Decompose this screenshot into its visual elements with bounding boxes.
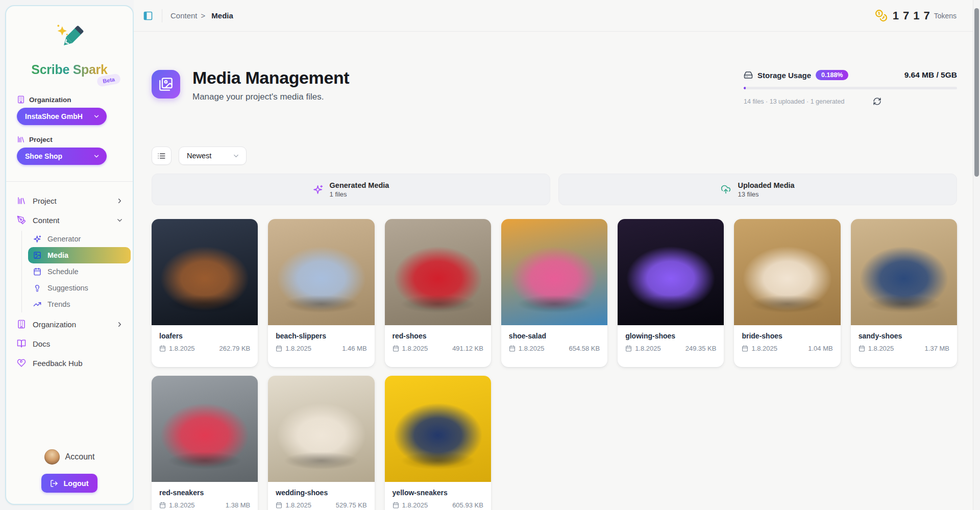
- heart-handshake-icon: [17, 358, 26, 368]
- sidebar-divider: [6, 181, 133, 182]
- chevron-right-icon: [116, 197, 124, 205]
- uploaded-media-count: 13 files: [738, 190, 794, 198]
- sidebar-item-organization[interactable]: Organization: [17, 314, 131, 334]
- main-area: Content > Media 1717 Tokens Media Manage…: [134, 0, 980, 510]
- hard-drive-icon: [744, 70, 753, 80]
- media-card[interactable]: glowing-shoes 1.8.2025 249.35 KB: [618, 219, 724, 367]
- sidebar-item-feedback-hub[interactable]: Feedback Hub: [17, 353, 131, 373]
- list-view-button[interactable]: [152, 147, 172, 165]
- sidebar-item-generator[interactable]: Generator: [28, 231, 131, 247]
- media-date: 1.8.2025: [635, 345, 661, 352]
- sidebar-item-docs[interactable]: Docs: [17, 334, 131, 353]
- media-thumbnail: [385, 219, 491, 325]
- book-open-icon: [17, 339, 26, 348]
- media-size: 249.35 KB: [685, 345, 717, 352]
- logout-button[interactable]: Logout: [41, 474, 97, 493]
- storage-stats: 14 files · 13 uploaded · 1 generated: [744, 98, 844, 105]
- generated-media-title: Generated Media: [330, 181, 389, 190]
- building-icon: [17, 95, 25, 104]
- organization-label: Organization: [17, 95, 133, 104]
- calendar-icon: [393, 502, 399, 508]
- calendar-icon: [33, 268, 41, 276]
- content-subnav: Generator Media Schedule Suggestions Tre…: [21, 231, 131, 312]
- storage-usage-panel: Storage Usage 0.188% 9.64 MB / 5GB 14 fi…: [744, 70, 957, 106]
- filter-toolbar: Newest: [152, 147, 957, 165]
- media-size: 529.75 KB: [336, 501, 367, 509]
- images-icon: [159, 77, 173, 91]
- chevron-down-icon: [116, 216, 124, 224]
- media-card[interactable]: bride-shoes 1.8.2025 1.04 MB: [734, 219, 840, 367]
- library-icon: [17, 135, 25, 143]
- media-card[interactable]: wedding-shoes 1.8.2025 529.75 KB: [268, 376, 374, 510]
- sidebar-item-trends[interactable]: Trends: [28, 296, 131, 312]
- media-date: 1.8.2025: [519, 345, 545, 352]
- media-title: loafers: [159, 332, 250, 340]
- topbar: Content > Media 1717 Tokens: [134, 0, 980, 32]
- media-title: red-shoes: [393, 332, 483, 340]
- scrollbar-thumb[interactable]: [974, 8, 979, 177]
- organization-select-button[interactable]: InstaShoe GmbH: [17, 108, 107, 125]
- tokens-label: Tokens: [934, 12, 957, 20]
- media-card[interactable]: red-shoes 1.8.2025 491.12 KB: [385, 219, 491, 367]
- project-select-button[interactable]: Shoe Shop: [17, 148, 107, 165]
- media-date: 1.8.2025: [868, 345, 894, 352]
- page-content: Media Management Manage your project's m…: [134, 32, 980, 510]
- media-card[interactable]: beach-slippers 1.8.2025 1.46 MB: [268, 219, 374, 367]
- sidebar-item-suggestions[interactable]: Suggestions: [28, 280, 131, 296]
- media-thumbnail: [385, 376, 491, 482]
- sidebar-item-project[interactable]: Project: [17, 191, 131, 210]
- media-title: glowing-shoes: [625, 332, 716, 340]
- media-size: 654.58 KB: [569, 345, 600, 352]
- uploaded-media-card[interactable]: Uploaded Media 13 files: [558, 174, 957, 205]
- calendar-icon: [625, 345, 632, 352]
- cloud-upload-icon: [721, 184, 731, 195]
- media-title: bride-shoes: [742, 332, 832, 340]
- calendar-icon: [509, 345, 516, 352]
- sidebar-item-content[interactable]: Content: [17, 210, 131, 230]
- refresh-icon: [873, 97, 881, 106]
- chevron-down-icon: [232, 152, 240, 160]
- storage-progress-fill: [744, 87, 746, 89]
- media-date: 1.8.2025: [402, 345, 428, 352]
- media-size: 1.37 MB: [925, 345, 949, 352]
- media-card[interactable]: loafers 1.8.2025 262.79 KB: [152, 219, 258, 367]
- storage-usage-value: 9.64 MB / 5GB: [904, 70, 957, 80]
- sort-select[interactable]: Newest: [179, 147, 247, 165]
- media-size: 605.93 KB: [452, 501, 483, 509]
- media-size: 1.38 MB: [226, 501, 250, 509]
- account-button[interactable]: Account: [44, 449, 95, 465]
- breadcrumb[interactable]: Content >: [170, 11, 205, 20]
- brand: Scribe Spark Beta: [6, 62, 133, 77]
- log-out-icon: [50, 479, 58, 488]
- generated-media-card[interactable]: Generated Media 1 files: [152, 174, 550, 205]
- storage-label: Storage Usage: [757, 71, 811, 80]
- media-thumbnail: [734, 219, 840, 325]
- building-icon: [17, 320, 26, 329]
- storage-progress-bar: [744, 87, 957, 89]
- tokens-value: 1717: [893, 9, 934, 22]
- generated-media-count: 1 files: [330, 190, 389, 198]
- panel-left-icon: [143, 11, 153, 21]
- media-card[interactable]: sandy-shoes 1.8.2025 1.37 MB: [851, 219, 957, 367]
- media-thumbnail: [501, 219, 607, 325]
- topbar-divider: [162, 9, 162, 22]
- media-thumbnail: [268, 376, 374, 482]
- calendar-icon: [159, 345, 166, 352]
- library-icon: [17, 196, 26, 205]
- media-title: wedding-shoes: [276, 489, 366, 497]
- sidebar-item-schedule[interactable]: Schedule: [28, 263, 131, 280]
- pen-tool-icon: [17, 215, 26, 225]
- media-card[interactable]: yellow-sneakers 1.8.2025 605.93 KB: [385, 376, 491, 510]
- media-thumbnail: [152, 219, 258, 325]
- refresh-button[interactable]: [873, 97, 881, 106]
- sidebar-toggle-button[interactable]: [140, 8, 156, 23]
- media-card[interactable]: red-sneakers 1.8.2025 1.38 MB: [152, 376, 258, 510]
- sidebar-nav: Project Content Generator Media: [6, 191, 133, 449]
- media-date: 1.8.2025: [169, 501, 195, 509]
- calendar-icon: [159, 502, 166, 508]
- calendar-icon: [742, 345, 748, 352]
- media-thumbnail: [851, 219, 957, 325]
- page-scrollbar[interactable]: [973, 0, 980, 510]
- media-card[interactable]: shoe-salad 1.8.2025 654.58 KB: [501, 219, 607, 367]
- sidebar-item-media[interactable]: Media: [28, 247, 131, 263]
